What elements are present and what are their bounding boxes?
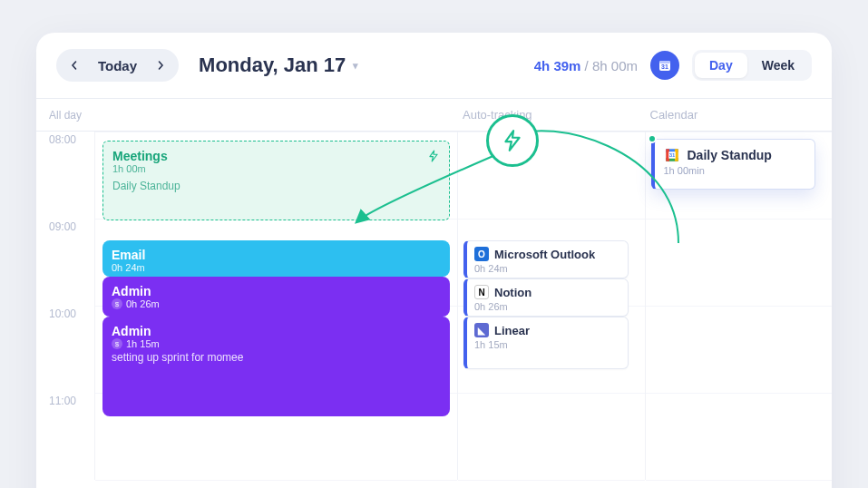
app-name: Microsoft Outlook: [494, 248, 595, 261]
allday-row: All day Auto-tracking Calendar: [36, 99, 832, 132]
next-day-button[interactable]: [148, 53, 173, 78]
app-duration: 0h 26m: [474, 301, 620, 312]
calendar-icon: 31: [658, 58, 672, 73]
entry-title: Admin: [112, 324, 441, 338]
caret-down-icon: ▾: [353, 60, 358, 72]
app-name: Linear: [494, 324, 530, 337]
hours-done: 4h 39m: [534, 58, 581, 73]
view-day-button[interactable]: Day: [695, 53, 747, 78]
app-duration: 1h 15m: [474, 339, 620, 350]
tracked-lane[interactable]: Meetings1h 00mDaily StandupEmail0h 24mAd…: [94, 132, 457, 480]
timeline-body: 08:0009:0010:0011:00 Meetings1h 00mDaily…: [36, 132, 832, 480]
date-text: Monday, Jan 17: [199, 54, 346, 77]
app-icon: O: [474, 247, 489, 261]
svg-text:31: 31: [661, 63, 668, 70]
prev-day-button[interactable]: [62, 53, 87, 78]
view-week-button[interactable]: Week: [747, 53, 809, 78]
hour-label: 08:00: [36, 132, 94, 219]
hour-gridline: [646, 393, 833, 394]
drop-duration: 1h 00m: [112, 163, 440, 174]
view-toggle: Day Week: [692, 50, 812, 81]
autotracking-column-label: Auto-tracking: [457, 108, 645, 122]
app-duration: 0h 24m: [474, 263, 620, 274]
tracked-entry[interactable]: Admin$1h 15msetting up sprint for momee: [102, 317, 450, 416]
bolt-icon: [427, 150, 440, 162]
hour-label: 09:00: [36, 219, 94, 306]
coin-icon: $: [112, 298, 122, 309]
entry-duration: 0h 24m: [112, 262, 441, 273]
autotrack-app-card[interactable]: NNotion0h 26m: [463, 278, 629, 317]
hours-summary: 4h 39m / 8h 00m: [534, 58, 638, 73]
hour-gridline: [458, 219, 645, 220]
coin-icon: $: [112, 338, 122, 349]
hour-gridline: [646, 480, 833, 481]
hours-total: 8h 00m: [592, 58, 638, 73]
hour-gridline: [458, 393, 645, 394]
event-title: Daily Standup: [688, 148, 772, 162]
time-gutter: 08:0009:0010:0011:00: [36, 132, 94, 480]
hour-gridline: [95, 480, 457, 481]
app-card: Today Monday, Jan 17 ▾ 4h 39m / 8h 00m 3…: [36, 33, 832, 488]
event-duration: 1h 00min: [664, 165, 806, 176]
hour-gridline: [458, 132, 645, 132]
header: Today Monday, Jan 17 ▾ 4h 39m / 8h 00m 3…: [36, 33, 832, 94]
entry-note: setting up sprint for momee: [112, 351, 441, 364]
header-right: 4h 39m / 8h 00m 31 Day Week: [534, 50, 812, 81]
hour-gridline: [646, 306, 833, 307]
hour-gridline: [95, 132, 457, 132]
chevron-left-icon: [70, 61, 79, 70]
calendar-column-label: Calendar: [645, 108, 833, 122]
date-nav-pill: Today: [56, 49, 179, 82]
hour-label: 11:00: [36, 393, 94, 480]
hour-gridline: [646, 132, 833, 132]
timeline-grid: All day Auto-tracking Calendar 08:0009:0…: [36, 98, 832, 480]
autotrack-app-card[interactable]: OMicrosoft Outlook0h 24m: [463, 240, 629, 278]
google-calendar-icon: 31: [664, 147, 680, 163]
app-icon: ◣: [474, 323, 489, 337]
tracked-entry[interactable]: Email0h 24m: [102, 240, 450, 277]
calendar-button[interactable]: 31: [650, 51, 679, 80]
hour-gridline: [646, 219, 833, 220]
drop-note: Daily Standup: [112, 180, 440, 192]
entry-duration: $0h 26m: [112, 298, 441, 309]
allday-label: All day: [36, 109, 94, 122]
entry-title: Email: [112, 248, 441, 262]
calendar-lane: 31Daily Standup1h 00min: [645, 132, 833, 480]
hour-label: 10:00: [36, 306, 94, 393]
chevron-right-icon: [156, 61, 165, 70]
today-button[interactable]: Today: [89, 58, 146, 73]
app-icon: N: [474, 285, 489, 299]
entry-title: Admin: [112, 284, 441, 298]
autotrack-app-card[interactable]: ◣Linear1h 15m: [463, 317, 629, 369]
svg-text:31: 31: [668, 152, 675, 158]
calendar-event-card[interactable]: 31Daily Standup1h 00min: [651, 139, 816, 190]
meetings-drop-target[interactable]: Meetings1h 00mDaily Standup: [102, 141, 450, 220]
hour-gridline: [458, 480, 645, 481]
tracked-entry[interactable]: Admin$0h 26m: [102, 277, 450, 317]
date-title[interactable]: Monday, Jan 17 ▾: [199, 54, 358, 77]
event-origin-dot: [648, 134, 657, 143]
autotracking-lane: OMicrosoft Outlook0h 24mNNotion0h 26m◣Li…: [457, 132, 645, 480]
hours-total-sep: /: [585, 58, 592, 73]
entry-duration: $1h 15m: [112, 338, 441, 349]
app-name: Notion: [494, 286, 532, 299]
bolt-badge: [486, 114, 539, 167]
bolt-icon: [501, 129, 524, 152]
drop-title: Meetings: [112, 149, 168, 163]
